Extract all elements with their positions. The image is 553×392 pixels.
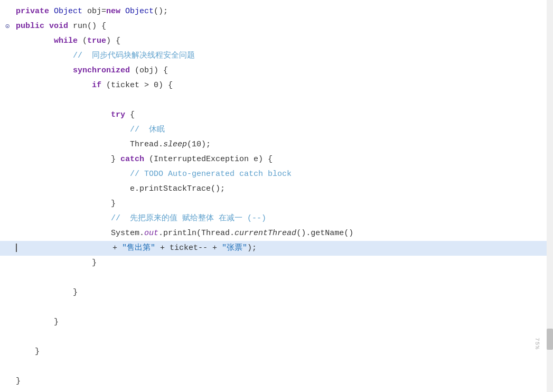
gutter-marker: ⊙ bbox=[0, 19, 15, 34]
code-line-12: // TODO Auto-generated catch block bbox=[0, 167, 553, 182]
code-line-4: // 同步代码块解决线程安全问题 bbox=[0, 49, 553, 63]
code-text: + "售出第" + ticket-- + "张票"); bbox=[16, 241, 257, 256]
text: System. bbox=[111, 229, 144, 238]
code-line-11: } catch (InterruptedException e) { bbox=[0, 152, 553, 167]
code-text: } bbox=[16, 256, 97, 270]
cursor bbox=[16, 244, 17, 252]
comment: // 同步代码块解决线程安全问题 bbox=[73, 51, 195, 60]
code-line-14: } bbox=[0, 197, 553, 211]
code-text bbox=[16, 93, 21, 108]
code-line-19 bbox=[0, 270, 553, 285]
code-text: public void run() { bbox=[16, 19, 106, 34]
code-line-20: } bbox=[0, 285, 553, 300]
code-text: } bbox=[16, 344, 40, 359]
text: run() { bbox=[68, 22, 106, 31]
string-ticket: "张票" bbox=[222, 244, 247, 253]
scrollbar-right[interactable] bbox=[547, 0, 553, 392]
code-text: while (true) { bbox=[16, 34, 120, 49]
keyword-private: private bbox=[16, 7, 49, 16]
code-line-25 bbox=[0, 359, 553, 374]
keyword-true: true bbox=[87, 36, 106, 45]
code-text: // 同步代码块解决线程安全问题 bbox=[16, 49, 195, 63]
string-sold: "售出第" bbox=[122, 244, 155, 253]
zoom-level: 75% bbox=[530, 338, 545, 350]
code-line-15: // 先把原来的值 赋给整体 在减一 (--) bbox=[0, 211, 553, 226]
text: ().getName() bbox=[296, 229, 353, 238]
scrollbar-thumb[interactable] bbox=[547, 329, 553, 350]
code-text: // 先把原来的值 赋给整体 在减一 (--) bbox=[16, 211, 266, 226]
code-line-9: // 休眠 bbox=[0, 123, 553, 137]
code-text bbox=[16, 359, 21, 374]
code-line-22: } bbox=[0, 315, 553, 330]
code-text bbox=[16, 300, 21, 315]
comment-todo: // TODO Auto-generated catch block bbox=[130, 170, 292, 179]
comment-assign: // 先把原来的值 赋给整体 在减一 (--) bbox=[111, 214, 266, 223]
type-object: Object bbox=[54, 7, 82, 16]
code-line-13: e.printStackTrace(); bbox=[0, 182, 553, 197]
code-text: private Object obj=new Object(); bbox=[16, 4, 168, 19]
text: e.printStackTrace(); bbox=[130, 184, 225, 193]
code-line-16: System.out.println(Thread.currentThread(… bbox=[0, 226, 553, 241]
code-text: } bbox=[16, 315, 59, 330]
code-text: // 休眠 bbox=[16, 123, 165, 137]
text: (obj) { bbox=[130, 66, 168, 75]
code-editor: private Object obj=new Object(); ⊙ publi… bbox=[0, 0, 553, 392]
text: (InterruptedException e) { bbox=[144, 155, 273, 164]
code-text: // TODO Auto-generated catch block bbox=[16, 167, 292, 182]
code-line-1: private Object obj=new Object(); bbox=[0, 4, 553, 19]
keyword-while: while bbox=[54, 36, 78, 45]
text: (); bbox=[154, 7, 168, 16]
text: (10); bbox=[187, 140, 211, 149]
code-line-2: ⊙ public void run() { bbox=[0, 19, 553, 34]
text bbox=[44, 22, 49, 31]
text: ( bbox=[78, 36, 87, 45]
code-text: } bbox=[16, 374, 21, 389]
code-line-23 bbox=[0, 330, 553, 344]
code-text bbox=[16, 330, 21, 344]
keyword-if: if bbox=[92, 81, 101, 90]
code-line-10: Thread.sleep(10); bbox=[0, 137, 553, 152]
code-text: System.out.println(Thread.currentThread(… bbox=[16, 226, 353, 241]
code-line-6: if (ticket > 0) { bbox=[0, 78, 553, 93]
text bbox=[49, 7, 54, 16]
code-line-26: } bbox=[0, 374, 553, 389]
code-line-3: while (true) { bbox=[0, 34, 553, 49]
keyword-new: new bbox=[106, 7, 120, 16]
text: ) { bbox=[106, 36, 120, 45]
keyword-catch: catch bbox=[120, 155, 144, 164]
code-text: synchronized (obj) { bbox=[16, 63, 168, 78]
code-line-18: } bbox=[0, 256, 553, 270]
code-line-8: try { bbox=[0, 108, 553, 123]
keyword-synchronized: synchronized bbox=[73, 66, 130, 75]
code-text: } bbox=[16, 285, 78, 300]
code-text bbox=[16, 270, 21, 285]
code-text: } bbox=[16, 197, 116, 211]
type-object-2: Object bbox=[125, 7, 154, 16]
keyword-void: void bbox=[49, 22, 68, 31]
text: { bbox=[125, 110, 135, 119]
field-out: out bbox=[144, 229, 158, 238]
keyword-public: public bbox=[16, 22, 44, 31]
text bbox=[120, 7, 125, 16]
text: .println(Thread. bbox=[158, 229, 235, 238]
code-area: private Object obj=new Object(); ⊙ publi… bbox=[0, 0, 553, 392]
comment-sleep: // 休眠 bbox=[130, 125, 165, 134]
code-text: } catch (InterruptedException e) { bbox=[16, 152, 273, 167]
method-current-thread: currentThread bbox=[235, 229, 296, 238]
code-line-17: + "售出第" + ticket-- + "张票"); bbox=[0, 241, 553, 256]
code-text: e.printStackTrace(); bbox=[16, 182, 225, 197]
code-line-21 bbox=[0, 300, 553, 315]
method-sleep: sleep bbox=[163, 140, 187, 149]
text: (ticket > 0) { bbox=[101, 81, 173, 90]
keyword-try: try bbox=[111, 110, 125, 119]
code-line-7 bbox=[0, 93, 553, 108]
code-text: Thread.sleep(10); bbox=[16, 137, 211, 152]
text: Thread. bbox=[130, 140, 163, 149]
code-text: if (ticket > 0) { bbox=[16, 78, 173, 93]
code-line-5: synchronized (obj) { bbox=[0, 63, 553, 78]
code-line-24: } bbox=[0, 344, 553, 359]
text: obj= bbox=[82, 7, 106, 16]
code-text: try { bbox=[16, 108, 135, 123]
